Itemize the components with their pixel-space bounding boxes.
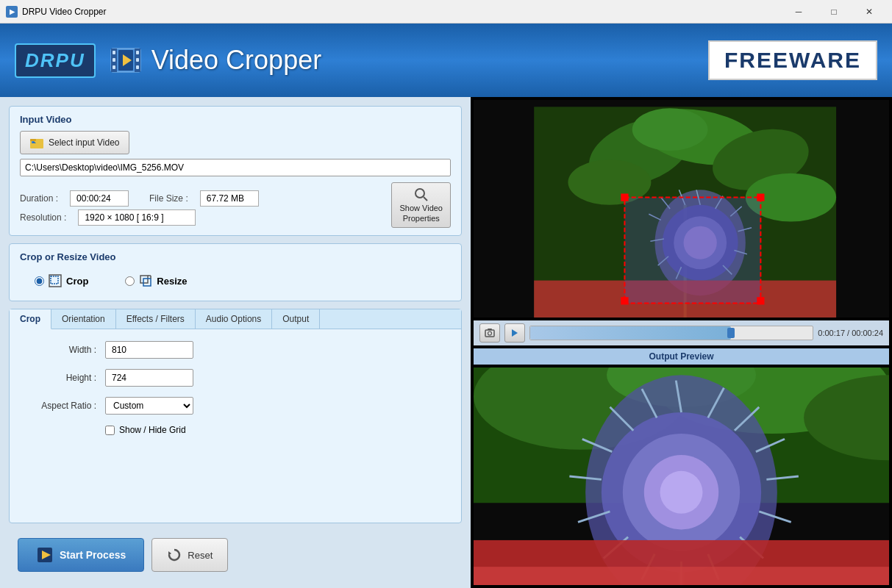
- tab-audio[interactable]: Audio Options: [196, 309, 272, 329]
- app-icon: ▶: [6, 6, 18, 18]
- svg-line-16: [424, 197, 427, 201]
- magnify-icon: [414, 187, 429, 202]
- seek-fill: [530, 326, 731, 340]
- show-hide-grid-row: Show / Hide Grid: [105, 425, 446, 435]
- preview-controls: 0:00:17 / 00:00:24: [474, 320, 889, 345]
- aspect-ratio-select[interactable]: Custom 16:9 4:3 1:1 9:16: [105, 397, 193, 415]
- svg-rect-20: [143, 279, 151, 286]
- freeware-badge: FREEWARE: [708, 40, 877, 80]
- reset-label: Reset: [188, 550, 213, 561]
- tabs-section: Crop Orientation Effects / Filters Audio…: [9, 309, 462, 523]
- svg-rect-52: [624, 198, 760, 304]
- seek-thumb: [727, 328, 735, 338]
- reset-icon: [167, 548, 182, 562]
- duration-label: Duration :: [20, 193, 58, 204]
- svg-point-33: [632, 108, 708, 151]
- input-preview-video: [474, 100, 889, 318]
- svg-rect-12: [30, 139, 36, 141]
- svg-rect-18: [51, 276, 58, 284]
- crop-resize-radio-group: Crop Resize: [20, 268, 451, 293]
- start-process-icon: [36, 546, 54, 564]
- aspect-ratio-row: Aspect Ratio : Custom 16:9 4:3 1:1 9:16: [24, 397, 446, 415]
- input-video-title: Input Video: [20, 114, 451, 125]
- file-path-input[interactable]: C:\Users\Desktop\video\IMG_5256.MOV: [20, 159, 451, 176]
- svg-marker-60: [512, 329, 518, 337]
- svg-rect-6: [136, 51, 139, 54]
- input-video-section: Input Video Select input Video C:\Users\…: [9, 106, 462, 236]
- show-props-label2: Properties: [403, 214, 440, 223]
- select-video-label: Select input Video: [49, 137, 120, 148]
- drpu-logo: DRPU: [15, 43, 96, 78]
- time-display: 0:00:17 / 00:00:24: [818, 329, 883, 337]
- show-props-label: Show Video: [399, 204, 443, 212]
- play-icon: [511, 329, 518, 337]
- select-video-button[interactable]: Select input Video: [20, 131, 129, 154]
- width-label: Width :: [24, 345, 105, 355]
- banner-title: Video Cropper: [151, 45, 322, 76]
- snapshot-button[interactable]: [479, 323, 500, 343]
- height-row: Height :: [24, 369, 446, 387]
- svg-rect-90: [474, 567, 889, 585]
- tabs-header: Crop Orientation Effects / Filters Audio…: [10, 309, 461, 329]
- svg-rect-5: [113, 65, 115, 69]
- filesize-value: 67.72 MB: [200, 190, 259, 207]
- left-panel: Input Video Select input Video C:\Users\…: [0, 97, 471, 588]
- svg-rect-57: [485, 330, 494, 337]
- svg-rect-59: [488, 329, 492, 330]
- svg-rect-54: [757, 193, 764, 201]
- tab-effects[interactable]: Effects / Filters: [116, 309, 196, 329]
- svg-rect-56: [757, 297, 764, 304]
- crop-resize-title: Crop or Resize Video: [20, 251, 451, 262]
- resize-radio[interactable]: [125, 276, 135, 286]
- svg-rect-4: [113, 58, 115, 62]
- aspect-ratio-label: Aspect Ratio :: [24, 401, 105, 411]
- svg-rect-8: [136, 65, 139, 69]
- svg-rect-3: [113, 51, 115, 54]
- width-input[interactable]: [105, 341, 193, 359]
- svg-point-58: [488, 331, 492, 335]
- crop-resize-section: Crop or Resize Video Crop: [9, 243, 462, 301]
- seek-bar[interactable]: [529, 326, 813, 340]
- height-label: Height :: [24, 373, 105, 383]
- maximize-button[interactable]: □: [817, 1, 851, 23]
- resize-option[interactable]: Resize: [125, 274, 187, 287]
- svg-rect-7: [136, 58, 139, 62]
- resolution-label: Resolution :: [20, 212, 66, 223]
- crop-icon: [49, 274, 62, 287]
- title-bar-text: DRPU Video Cropper: [22, 7, 107, 17]
- show-hide-grid-label: Show / Hide Grid: [119, 425, 186, 435]
- reset-button[interactable]: Reset: [151, 538, 228, 572]
- duration-value: 00:00:24: [70, 190, 129, 207]
- tab-orientation[interactable]: Orientation: [51, 309, 116, 329]
- svg-point-88: [660, 471, 703, 514]
- start-process-button[interactable]: Start Process: [18, 538, 144, 572]
- show-properties-button[interactable]: Show Video Properties: [391, 182, 451, 228]
- output-preview-label: Output Preview: [474, 348, 889, 365]
- svg-rect-55: [621, 297, 628, 304]
- tab-crop[interactable]: Crop: [10, 309, 51, 329]
- film-icon: [107, 42, 144, 79]
- close-button[interactable]: ✕: [852, 1, 886, 23]
- crop-label: Crop: [66, 276, 88, 287]
- input-video-preview: [474, 100, 889, 318]
- tab-crop-content: Width : Height : Aspect Ratio : Custom 1…: [10, 329, 461, 447]
- resize-label: Resize: [157, 276, 187, 287]
- title-bar: ▶ DRPU Video Cropper ─ □ ✕: [0, 0, 892, 24]
- height-input[interactable]: [105, 369, 193, 387]
- svg-point-15: [415, 189, 424, 198]
- folder-icon: [29, 135, 44, 150]
- resize-icon: [139, 274, 152, 287]
- minimize-button[interactable]: ─: [782, 1, 816, 23]
- crop-radio[interactable]: [35, 276, 44, 286]
- title-bar-left: ▶ DRPU Video Cropper: [6, 6, 107, 18]
- title-bar-controls: ─ □ ✕: [782, 1, 886, 23]
- svg-rect-53: [621, 193, 628, 201]
- tab-output[interactable]: Output: [272, 309, 320, 329]
- crop-option[interactable]: Crop: [35, 274, 88, 287]
- width-row: Width :: [24, 341, 446, 359]
- svg-rect-19: [140, 276, 148, 283]
- show-hide-grid-checkbox[interactable]: [105, 426, 115, 435]
- filesize-label: File Size :: [149, 193, 188, 204]
- right-panel: 0:00:17 / 00:00:24 Output Preview: [471, 97, 892, 588]
- play-button[interactable]: [504, 323, 525, 343]
